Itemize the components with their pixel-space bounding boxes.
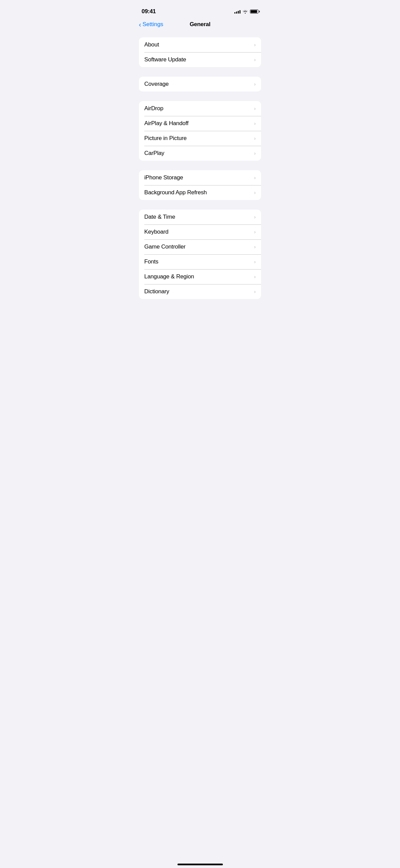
airplay-handoff-label: AirPlay & Handoff <box>144 120 188 127</box>
picture-in-picture-label: Picture in Picture <box>144 135 187 142</box>
software-update-chevron-icon: › <box>254 57 256 62</box>
settings-content: About › Software Update › Coverage › Air… <box>133 32 267 322</box>
background-app-refresh-label: Background App Refresh <box>144 189 207 196</box>
nav-header: ‹ Settings General <box>133 18 267 32</box>
dictionary-chevron-icon: › <box>254 289 256 294</box>
game-controller-row[interactable]: Game Controller › <box>139 239 261 254</box>
language-region-row[interactable]: Language & Region › <box>139 269 261 284</box>
airplay-handoff-chevron-icon: › <box>254 121 256 126</box>
keyboard-label: Keyboard <box>144 229 168 235</box>
date-time-label: Date & Time <box>144 214 175 220</box>
dictionary-label: Dictionary <box>144 288 169 295</box>
iphone-storage-label: iPhone Storage <box>144 174 183 181</box>
software-update-row[interactable]: Software Update › <box>139 52 261 67</box>
airdrop-label: AirDrop <box>144 105 163 112</box>
keyboard-row[interactable]: Keyboard › <box>139 224 261 239</box>
settings-group-4: iPhone Storage › Background App Refresh … <box>139 170 261 200</box>
game-controller-chevron-icon: › <box>254 244 256 250</box>
game-controller-label: Game Controller <box>144 243 186 250</box>
coverage-row[interactable]: Coverage › <box>139 77 261 92</box>
dictionary-row[interactable]: Dictionary › <box>139 284 261 299</box>
background-app-refresh-row[interactable]: Background App Refresh › <box>139 185 261 200</box>
status-bar: 09:41 <box>133 0 267 18</box>
software-update-label: Software Update <box>144 56 186 63</box>
airdrop-row[interactable]: AirDrop › <box>139 101 261 116</box>
date-time-row[interactable]: Date & Time › <box>139 210 261 224</box>
settings-group-2: Coverage › <box>139 77 261 92</box>
carplay-row[interactable]: CarPlay › <box>139 146 261 161</box>
wifi-icon <box>243 9 248 14</box>
settings-group-1: About › Software Update › <box>139 37 261 67</box>
battery-icon <box>250 9 258 14</box>
settings-group-3: AirDrop › AirPlay & Handoff › Picture in… <box>139 101 261 161</box>
about-row[interactable]: About › <box>139 37 261 52</box>
back-button[interactable]: ‹ Settings <box>139 21 163 28</box>
airdrop-chevron-icon: › <box>254 106 256 111</box>
fonts-label: Fonts <box>144 258 159 265</box>
iphone-storage-chevron-icon: › <box>254 175 256 180</box>
status-time: 09:41 <box>142 8 156 15</box>
fonts-row[interactable]: Fonts › <box>139 254 261 269</box>
coverage-chevron-icon: › <box>254 81 256 87</box>
about-label: About <box>144 41 159 48</box>
carplay-label: CarPlay <box>144 150 164 157</box>
about-chevron-icon: › <box>254 42 256 47</box>
picture-in-picture-chevron-icon: › <box>254 136 256 141</box>
iphone-storage-row[interactable]: iPhone Storage › <box>139 170 261 185</box>
language-region-label: Language & Region <box>144 273 194 280</box>
language-region-chevron-icon: › <box>254 274 256 279</box>
keyboard-chevron-icon: › <box>254 229 256 235</box>
signal-icon <box>234 9 240 14</box>
settings-group-5: Date & Time › Keyboard › Game Controller… <box>139 210 261 299</box>
coverage-label: Coverage <box>144 81 169 87</box>
background-app-refresh-chevron-icon: › <box>254 190 256 195</box>
back-label: Settings <box>143 21 163 28</box>
date-time-chevron-icon: › <box>254 214 256 220</box>
picture-in-picture-row[interactable]: Picture in Picture › <box>139 131 261 146</box>
airplay-handoff-row[interactable]: AirPlay & Handoff › <box>139 116 261 131</box>
back-chevron-icon: ‹ <box>139 21 141 28</box>
status-icons <box>234 9 258 14</box>
bottom-spacer <box>139 309 261 322</box>
page-title: General <box>190 21 210 28</box>
carplay-chevron-icon: › <box>254 151 256 156</box>
fonts-chevron-icon: › <box>254 259 256 264</box>
